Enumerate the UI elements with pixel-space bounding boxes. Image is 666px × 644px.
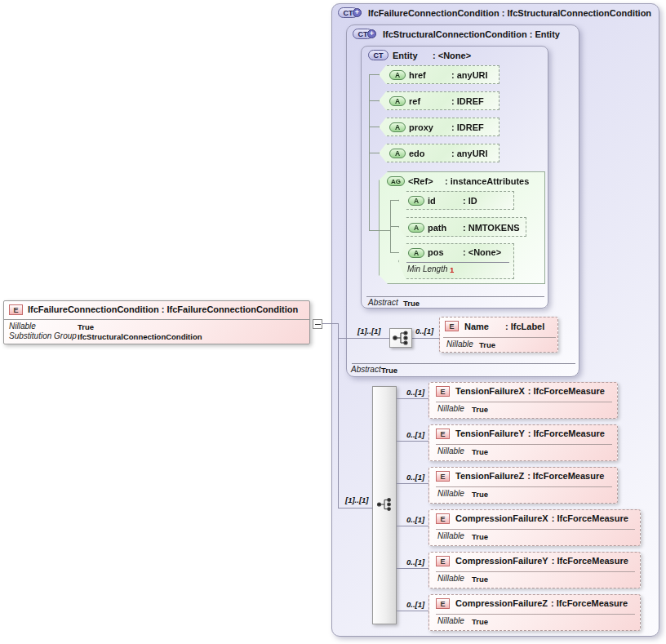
attribute-type: : anyURI [451,149,488,158]
element-name: CompressionFailureY [455,556,548,566]
element-box-tension-failure-z: E TensionFailureZ : IfcForceMeasure Nill… [428,467,618,504]
nillable-label: Nillable [437,616,464,625]
element-type: : IfcForceMeasure [551,598,628,608]
footer-divider [352,363,575,364]
connector-rail [338,323,339,509]
attribute-name: proxy [409,122,433,132]
xsd-diagram: CT + IfcFailureConnectionCondition : Ifc… [0,0,666,644]
nillable-label: Nillable [437,574,464,583]
attribute-tag-ref: A ref : IDREF [379,91,500,110]
cardinality-label: [1]..[1] [357,326,381,335]
element-icon: E [436,471,450,482]
connector-stub [369,127,380,127]
nillable-value: True [472,447,488,456]
connector-line [338,508,373,509]
connector-line [397,611,428,611]
connector-line [322,323,339,324]
element-name: Name [464,322,489,331]
connector-stub [390,226,399,227]
cardinality-label: [1]..[1] [345,495,369,504]
nillable-value: True [472,617,488,626]
divider [436,486,612,487]
element-icon: E [436,556,450,566]
attribute-tag-href: A href : anyURI [379,65,500,84]
nillable-value: True [472,575,488,584]
attribute-group-icon: AG [387,176,405,186]
element-type: : IfcForceMeasure [528,429,605,438]
complex-type-icon: CT [368,50,388,60]
abstract-value: True [381,366,397,375]
facet-divider [406,262,509,263]
collapse-toggle[interactable] [313,319,322,329]
element-box-ifc-failure-connection-condition: E IfcFailureConnectionCondition : IfcFai… [3,300,310,344]
connector-line [397,398,428,399]
attribute-icon: A [389,96,406,106]
substitution-group-value: IfcStructuralConnectionCondition [78,332,202,341]
attribute-tag-pos: A pos : <None> Min Length 1 [398,243,514,279]
attribute-name: id [428,196,436,206]
element-name: TensionFailureY [455,429,525,438]
abstract-label: Abstract [351,365,381,374]
element-icon: E [445,321,459,331]
element-icon: E [436,386,450,397]
divider [436,402,612,402]
element-box-tension-failure-y: E TensionFailureY : IfcForceMeasure Nill… [428,424,618,461]
element-name: TensionFailureX [455,386,525,396]
connector-stub [390,200,399,201]
nillable-label: Nillable [446,340,473,349]
element-title: IfcFailureConnectionCondition : IfcFailu… [28,304,298,314]
element-box-name: E Name : IfcLabel Nillable True [439,317,558,353]
connector-line [412,338,440,339]
nillable-label: Nillable [437,489,464,498]
cardinality-label: 0..[1] [406,430,424,439]
element-box-compression-failure-y: E CompressionFailureY : IfcForceMeasure … [428,552,641,588]
connector-stub [369,100,380,101]
abstract-label: Abstract [368,298,398,307]
attribute-type: : NMTOKENS [463,223,519,233]
substitution-group-label: Substitution Group [9,331,77,340]
divider [436,529,635,530]
attribute-tag-path: A path : NMTOKENS [398,217,526,237]
divider [436,571,635,572]
attribute-tag-proxy: A proxy : IDREF [379,118,500,136]
attribute-type: : <None> [463,247,501,257]
nillable-value: True [472,405,488,414]
divider [443,337,556,338]
sequence-icon [375,495,394,513]
attribute-type: : IDREF [451,122,484,132]
element-box-compression-failure-x: E CompressionFailureX : IfcForceMeasure … [428,509,641,546]
cardinality-label: 0..[1] [406,388,424,397]
attribute-icon: A [389,70,406,80]
attribute-tag-edo: A edo : anyURI [379,144,500,162]
nillable-label: Nillable [9,322,36,331]
box-title: IfcStructuralConnectionCondition : Entit… [383,29,560,39]
element-box-compression-failure-z: E CompressionFailureZ : IfcForceMeasure … [428,594,641,631]
element-type: : IfcForceMeasure [552,513,628,523]
connector-stub [369,230,391,231]
connector-line [397,483,428,484]
element-icon: E [436,513,450,524]
element-name: CompressionFailureZ [455,598,548,608]
facet-value: 1 [450,265,454,274]
nillable-value: True [78,322,94,331]
expand-icon: + [353,8,362,17]
divider [436,444,612,445]
element-icon: E [436,598,450,609]
attribute-name: edo [409,149,425,158]
element-name: CompressionFailureX [455,513,548,523]
connector-line [338,338,390,339]
entity-name: Entity [393,51,418,60]
element-type: : IfcForceMeasure [552,556,628,566]
facet-label: Min Length [407,264,447,273]
sequence-icon [389,328,412,348]
connector-stub [369,153,380,153]
attribute-icon: A [389,149,406,158]
nillable-value: True [472,490,488,499]
attribute-tag-id: A id : ID [398,191,514,210]
attribute-name: path [428,223,446,233]
attribute-icon: A [408,223,424,233]
attribute-name: href [409,70,426,80]
element-icon: E [436,429,450,439]
element-name: TensionFailureZ [455,471,524,481]
connector-stub [369,74,380,75]
